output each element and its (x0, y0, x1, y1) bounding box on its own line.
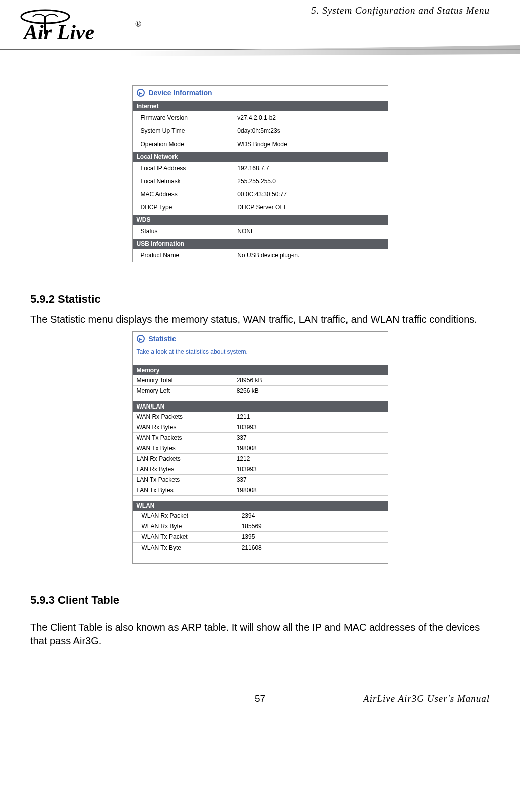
table-row: WAN Rx Packets1211 (133, 412, 388, 422)
section-header: Memory (133, 365, 388, 375)
row-label: DHCP Type (137, 202, 236, 212)
row-value: 1212 (235, 454, 388, 464)
section-header: WDS (133, 215, 388, 225)
row-label: WAN Rx Bytes (133, 422, 235, 432)
row-value: 337 (235, 475, 388, 485)
section-header: USB Information (133, 239, 388, 249)
row-value: WDS Bridge Mode (235, 139, 383, 149)
paragraph-statistic: The Statistic menu displays the memory s… (30, 313, 490, 326)
row-label: Firmware Version (137, 113, 236, 123)
table-row: LAN Rx Bytes103993 (133, 464, 388, 475)
table-row: WAN Tx Bytes198008 (133, 443, 388, 454)
row-label: WLAN Tx Byte (133, 543, 235, 553)
row-value: 1395 (235, 532, 388, 542)
row-value: 192.168.7.7 (235, 163, 383, 173)
device-information-panel: ▸ Device Information InternetFirmware Ve… (132, 85, 388, 262)
row-value: 198008 (235, 485, 388, 495)
paragraph-client-table: The Client Table is also known as ARP ta… (30, 621, 490, 648)
panel-title-text: Statistic (149, 335, 176, 343)
table-row: WLAN Rx Byte185569 (133, 521, 388, 532)
table-row: Product NameNo USB device plug-in. (133, 249, 388, 262)
page-footer: 57 AirLive Air3G User's Manual (30, 693, 490, 704)
table-row: StatusNONE (133, 225, 388, 238)
table-row: Local IP Address192.168.7.7 (133, 162, 388, 175)
arrow-right-icon: ▸ (137, 89, 145, 97)
table-row: WLAN Rx Packet2394 (133, 511, 388, 521)
row-label: Status (137, 226, 236, 236)
row-label: Product Name (137, 250, 236, 260)
table-row: LAN Tx Packets337 (133, 475, 388, 485)
row-value: v27.4.2.0.1-b2 (235, 113, 383, 123)
panel-title: ▸ Statistic (133, 332, 388, 346)
table-row: Firmware Versionv27.4.2.0.1-b2 (133, 111, 388, 124)
table-row: MAC Address00:0C:43:30:50:77 (133, 188, 388, 201)
row-label: WLAN Tx Packet (133, 532, 235, 542)
row-label: LAN Tx Packets (133, 475, 235, 485)
row-value: 337 (235, 433, 388, 443)
row-label: WLAN Rx Byte (133, 521, 235, 531)
row-label: Memory Left (133, 386, 235, 396)
row-label: Operation Mode (137, 139, 236, 149)
row-value: 103993 (235, 422, 388, 432)
row-value: 211608 (235, 543, 388, 553)
row-label: Memory Total (133, 375, 235, 385)
arrow-right-icon: ▸ (137, 335, 145, 343)
section-header: WLAN (133, 501, 388, 511)
airlive-logo: Air Live ® (18, 9, 148, 49)
heading-statistic: 5.9.2 Statistic (30, 293, 490, 306)
table-row: Local Netmask255.255.255.0 (133, 175, 388, 188)
row-value: 255.255.255.0 (235, 176, 383, 186)
section-header: Local Network (133, 152, 388, 162)
statistic-panel: ▸ Statistic Take a look at the statistic… (132, 331, 388, 564)
row-value: No USB device plug-in. (235, 250, 383, 260)
svg-text:Air Live: Air Live (22, 21, 94, 44)
table-row: WLAN Tx Byte211608 (133, 543, 388, 553)
panel-subtitle: Take a look at the statistics about syst… (133, 346, 388, 360)
table-row: WAN Tx Packets337 (133, 433, 388, 443)
row-value: 103993 (235, 464, 388, 474)
row-value: 00:0C:43:30:50:77 (235, 189, 383, 199)
heading-client-table: 5.9.3 Client Table (30, 594, 490, 607)
table-row: System Up Time0day:0h:5m:23s (133, 124, 388, 138)
row-label: WLAN Rx Packet (133, 511, 235, 521)
section-header: Internet (133, 101, 388, 111)
table-row: Memory Left8256 kB (133, 386, 388, 396)
row-label: System Up Time (137, 126, 236, 136)
panel-title-text: Device Information (149, 89, 212, 97)
table-row: WAN Rx Bytes103993 (133, 422, 388, 433)
row-label: LAN Rx Packets (133, 454, 235, 464)
table-row: Operation ModeWDS Bridge Mode (133, 138, 388, 151)
table-row: Memory Total28956 kB (133, 375, 388, 386)
row-value: NONE (235, 226, 383, 236)
table-row: DHCP TypeDHCP Server OFF (133, 201, 388, 214)
row-label: LAN Rx Bytes (133, 464, 235, 474)
row-value: 198008 (235, 443, 388, 453)
row-value: 28956 kB (235, 375, 388, 385)
row-label: LAN Tx Bytes (133, 485, 235, 495)
section-header: WAN/LAN (133, 401, 388, 412)
row-value: 2394 (235, 511, 388, 521)
row-label: WAN Tx Packets (133, 433, 235, 443)
page-number: 57 (255, 693, 265, 704)
svg-text:®: ® (135, 20, 141, 28)
row-value: 185569 (235, 521, 388, 531)
row-value: 8256 kB (235, 386, 388, 396)
row-label: Local IP Address (137, 163, 236, 173)
row-value: DHCP Server OFF (235, 202, 383, 212)
table-row: WLAN Tx Packet1395 (133, 532, 388, 543)
row-label: WAN Tx Bytes (133, 443, 235, 453)
panel-title: ▸ Device Information (133, 86, 388, 100)
table-row: LAN Tx Bytes198008 (133, 485, 388, 496)
table-row: LAN Rx Packets1212 (133, 454, 388, 464)
manual-title: AirLive Air3G User's Manual (363, 693, 490, 704)
chapter-title: 5. System Configuration and Status Menu (311, 5, 490, 16)
row-value: 0day:0h:5m:23s (235, 126, 383, 136)
row-label: WAN Rx Packets (133, 412, 235, 422)
row-label: MAC Address (137, 189, 236, 199)
row-value: 1211 (235, 412, 388, 422)
row-label: Local Netmask (137, 176, 236, 186)
